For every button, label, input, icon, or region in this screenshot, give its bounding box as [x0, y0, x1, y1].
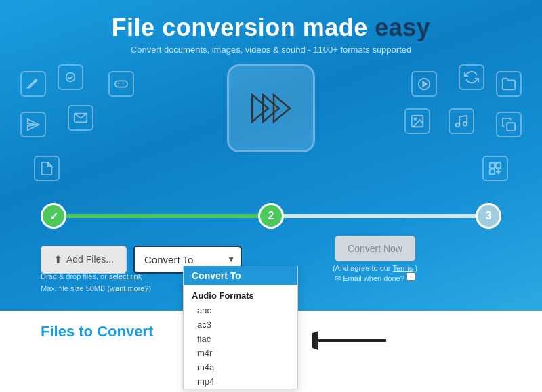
convert-now-button[interactable]: Convert Now — [335, 236, 415, 261]
deco-icon-gamepad — [108, 71, 134, 97]
svg-point-10 — [414, 118, 416, 120]
header-subtitle: Convert documents, images, videos & soun… — [0, 45, 542, 55]
upload-icon: ⬆ — [54, 253, 62, 266]
agree-text: (And agree to our Terms ) — [333, 264, 417, 272]
agree-suffix: ) — [415, 264, 417, 272]
helper-close: ) — [149, 284, 152, 292]
deco-icon-doc — [34, 156, 60, 181]
email-checkbox[interactable] — [406, 272, 415, 281]
step-line-1 — [66, 214, 258, 218]
header-area: File conversion made easy Convert docume… — [0, 14, 542, 55]
svg-point-7 — [456, 123, 460, 127]
dropdown-item-mp4[interactable]: mp4 — [184, 374, 297, 389]
terms-link[interactable]: Terms — [392, 264, 413, 272]
agree-prefix: (And agree to our — [333, 264, 391, 272]
add-files-label: Add Files... — [66, 254, 114, 265]
svg-marker-15 — [263, 95, 279, 122]
svg-rect-12 — [496, 163, 501, 168]
svg-line-18 — [264, 97, 265, 119]
helper-text: Drag & drop files, or select link Max. f… — [41, 271, 151, 295]
deco-icon-folder — [496, 71, 522, 97]
svg-rect-11 — [490, 163, 495, 168]
arrow-annotation — [312, 324, 393, 360]
svg-marker-1 — [28, 119, 39, 131]
main-title: File conversion made easy — [0, 14, 542, 42]
want-more-link[interactable]: want more? — [110, 284, 148, 292]
helper-line1: Drag & drop files, or — [41, 272, 107, 280]
deco-icon-play — [411, 71, 437, 97]
deco-icon-music — [449, 108, 474, 134]
svg-marker-5 — [423, 81, 427, 86]
step-3-circle: 3 — [476, 203, 501, 229]
title-file: File — [112, 14, 163, 41]
title-made: made — [295, 14, 375, 41]
step-2-label: 2 — [268, 210, 274, 222]
title-conversion: conversion — [162, 14, 295, 41]
center-logo-box — [227, 64, 315, 152]
email-label: Email when done? — [343, 274, 406, 282]
svg-line-17 — [253, 97, 254, 119]
step-1-circle: ✓ — [41, 203, 66, 229]
dropdown-item-m4r[interactable]: m4r — [184, 346, 297, 360]
files-label-part2: Convert — [97, 323, 153, 340]
dropdown-item-ac3[interactable]: ac3 — [184, 318, 297, 332]
deco-icon-pencil — [20, 71, 46, 97]
svg-marker-14 — [252, 95, 268, 122]
deco-icon-mail — [68, 105, 93, 131]
step-2-circle: 2 — [258, 203, 284, 229]
step-line-2 — [284, 214, 476, 218]
arrow-svg — [312, 324, 393, 357]
svg-rect-13 — [490, 169, 495, 174]
svg-marker-16 — [274, 95, 290, 122]
title-easy: easy — [375, 14, 430, 41]
helper-line2: Max. file size 50MB ( — [41, 284, 110, 292]
svg-point-0 — [66, 73, 75, 82]
svg-line-19 — [275, 97, 276, 119]
logo-arrows — [244, 88, 298, 129]
step-1-label: ✓ — [49, 210, 58, 223]
select-link[interactable]: select link — [109, 272, 142, 280]
deco-icon-transfer — [482, 156, 508, 181]
email-icon: ✉ — [335, 274, 341, 282]
add-files-button[interactable]: ⬆ Add Files... — [41, 246, 127, 274]
steps-bar: ✓ 2 3 — [41, 199, 501, 233]
svg-point-8 — [463, 122, 467, 126]
deco-icon-send — [20, 112, 46, 137]
dropdown-panel: Convert To Audio Formats aac ac3 flac m4… — [183, 266, 298, 389]
deco-icon-image — [404, 108, 430, 134]
dropdown-item-m4a[interactable]: m4a — [184, 360, 297, 374]
dropdown-group-audio: Audio Formats — [184, 285, 297, 303]
svg-rect-6 — [507, 123, 515, 131]
step-3-label: 3 — [486, 210, 492, 222]
dropdown-item-aac[interactable]: aac — [184, 303, 297, 318]
svg-rect-3 — [115, 81, 127, 87]
deco-icon-refresh — [459, 64, 484, 90]
dropdown-item-flac[interactable]: flac — [184, 332, 297, 346]
email-when-done: ✉ Email when done? — [335, 272, 415, 283]
dropdown-header: Convert To — [184, 266, 297, 285]
deco-icon-circle — [58, 64, 83, 90]
files-label-part1: Files to — [41, 323, 97, 340]
deco-icon-copy — [496, 112, 522, 137]
